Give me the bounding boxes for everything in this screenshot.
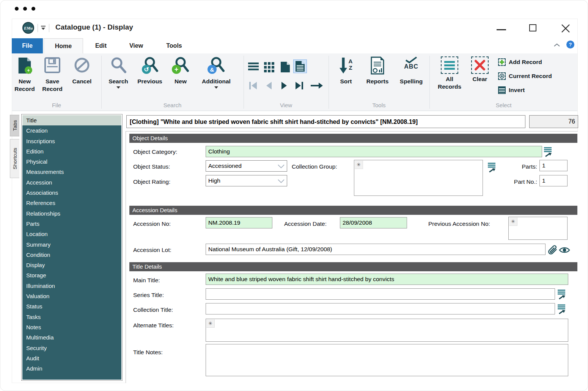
sidebar-item-relationships[interactable]: Relationships xyxy=(22,208,121,219)
title-notes-field[interactable] xyxy=(206,344,568,376)
object-category-field[interactable] xyxy=(206,146,542,157)
invert-selection-button[interactable]: Invert xyxy=(498,86,525,94)
sidebar-item-parts[interactable]: Parts xyxy=(22,219,121,229)
main-title-field[interactable] xyxy=(206,274,568,285)
sidebar-item-admin[interactable]: Admin xyxy=(22,363,121,374)
asterisk-button[interactable]: ✳ xyxy=(509,217,517,226)
minimize-button[interactable] xyxy=(497,29,506,30)
object-status-dropdown[interactable]: Accessioned xyxy=(206,160,287,172)
add-record-select-button[interactable]: Add Record xyxy=(498,58,542,66)
previous-search-button[interactable]: ↺ Previous xyxy=(134,56,166,85)
accession-no-field[interactable] xyxy=(206,217,272,228)
view-attachment-eye-icon[interactable] xyxy=(559,246,570,254)
next-record-icon[interactable] xyxy=(280,81,288,90)
plus-badge-icon: + xyxy=(25,66,32,74)
collapse-ribbon-icon[interactable] xyxy=(553,43,560,47)
object-rating-dropdown[interactable]: High xyxy=(206,175,287,186)
cancel-button[interactable]: Cancel xyxy=(69,56,95,85)
reports-button[interactable]: Reports xyxy=(362,56,393,85)
additional-search-button[interactable]: & Additional xyxy=(196,56,236,89)
section-header-object-details: Object Details xyxy=(129,134,577,143)
list-view-icon[interactable] xyxy=(248,61,259,73)
sidebar-item-accession[interactable]: Accession xyxy=(22,177,121,188)
search-button[interactable]: Search xyxy=(104,56,132,89)
sidebar-item-location[interactable]: Location xyxy=(22,229,121,239)
alternate-titles-field[interactable]: ✳ xyxy=(206,319,568,342)
first-record-icon[interactable] xyxy=(248,81,258,90)
sidebar-item-associations[interactable]: Associations xyxy=(22,188,121,198)
tab-file[interactable]: File xyxy=(12,38,43,53)
accession-lot-field[interactable] xyxy=(206,244,546,255)
sort-button[interactable]: AZ Sort xyxy=(334,56,358,85)
accession-lot-label: Accession Lot: xyxy=(133,247,171,253)
tab-edit[interactable]: Edit xyxy=(88,38,114,53)
sidebar-item-creation[interactable]: Creation xyxy=(22,125,121,136)
sidebar-item-status[interactable]: Status xyxy=(22,301,121,311)
sidebar-item-storage[interactable]: Storage xyxy=(22,270,121,280)
vertical-tab-tabs[interactable]: Tabs xyxy=(10,115,19,136)
previous-accession-no-field[interactable]: ✳ xyxy=(508,217,568,240)
section-header-title-details: Title Details xyxy=(129,262,577,271)
lookup-list-icon[interactable] xyxy=(544,147,552,157)
sidebar: TitleCreationInscriptionsEditionPhysical… xyxy=(21,114,123,381)
sidebar-item-display[interactable]: Display xyxy=(22,260,121,270)
current-record-select-button[interactable]: Current Record xyxy=(498,72,552,80)
collection-group-field[interactable]: ✳ xyxy=(354,160,483,196)
maximize-button[interactable] xyxy=(529,24,536,31)
tab-view[interactable]: View xyxy=(121,38,151,53)
grid-view-icon[interactable] xyxy=(264,61,275,73)
lookup-list-icon[interactable] xyxy=(557,289,566,300)
sidebar-item-title[interactable]: Title xyxy=(22,115,121,125)
sidebar-item-condition[interactable]: Condition xyxy=(22,250,121,260)
add-record-select-icon xyxy=(498,58,506,66)
spelling-button[interactable]: ABC Spelling xyxy=(395,56,428,85)
accession-date-field[interactable] xyxy=(340,217,407,228)
sidebar-item-measurements[interactable]: Measurements xyxy=(22,167,121,177)
window-title: Catalogue (1) - Display xyxy=(55,23,133,31)
help-icon[interactable]: ? xyxy=(566,41,574,48)
parts-field[interactable] xyxy=(539,160,568,171)
new-record-label: New Record xyxy=(12,78,38,93)
new-record-button[interactable]: + New Record xyxy=(12,56,38,93)
sidebar-item-audit[interactable]: Audit xyxy=(22,353,121,363)
asterisk-button[interactable]: ✳ xyxy=(206,319,215,328)
sidebar-item-valuation[interactable]: Valuation xyxy=(22,291,121,301)
previous-record-icon[interactable] xyxy=(265,81,273,90)
sidebar-item-multimedia[interactable]: Multimedia xyxy=(22,332,121,343)
vertical-tab-shortcuts[interactable]: Shortcuts xyxy=(10,139,19,178)
sidebar-item-notes[interactable]: Notes xyxy=(22,322,121,332)
sidebar-item-physical[interactable]: Physical xyxy=(22,156,121,167)
sidebar-item-references[interactable]: References xyxy=(22,198,121,208)
group-divider xyxy=(429,56,430,109)
series-title-field[interactable] xyxy=(206,288,555,300)
page-view-icon[interactable] xyxy=(280,61,291,73)
clear-selection-button[interactable]: Clear xyxy=(468,56,492,83)
object-rating-label: Object Rating: xyxy=(133,178,170,185)
sidebar-item-inscriptions[interactable]: Inscriptions xyxy=(22,136,121,146)
tab-home[interactable]: Home xyxy=(44,38,83,53)
part-no-field[interactable] xyxy=(539,175,568,186)
close-button[interactable] xyxy=(561,24,570,33)
goto-record-icon[interactable] xyxy=(310,81,323,90)
attachment-paperclip-icon[interactable] xyxy=(547,244,558,255)
sidebar-item-security[interactable]: Security xyxy=(22,343,121,353)
collection-title-field[interactable] xyxy=(206,303,555,314)
sidebar-item-summary[interactable]: Summary xyxy=(22,239,121,250)
current-record-select-label: Current Record xyxy=(509,73,552,80)
sidebar-item-edition[interactable]: Edition xyxy=(22,146,121,156)
collection-group-label: Collection Group: xyxy=(292,163,337,170)
all-records-icon xyxy=(441,56,458,74)
lookup-list-icon[interactable] xyxy=(557,304,566,314)
new-search-button[interactable]: + New xyxy=(167,56,194,85)
sidebar-item-tasks[interactable]: Tasks xyxy=(22,312,121,322)
lookup-list-icon[interactable] xyxy=(487,162,496,173)
tab-tools[interactable]: Tools xyxy=(158,38,190,53)
sidebar-item-illumination[interactable]: Illumination xyxy=(22,281,121,291)
last-record-icon[interactable] xyxy=(295,81,304,90)
asterisk-button[interactable]: ✳ xyxy=(355,161,363,169)
quick-access-dropdown-icon[interactable] xyxy=(41,25,46,30)
spelling-icon: ABC xyxy=(404,56,418,76)
save-record-button[interactable]: Save Record xyxy=(39,56,66,93)
all-records-button[interactable]: All Records xyxy=(436,56,463,91)
detail-view-icon-selected[interactable] xyxy=(293,59,307,73)
